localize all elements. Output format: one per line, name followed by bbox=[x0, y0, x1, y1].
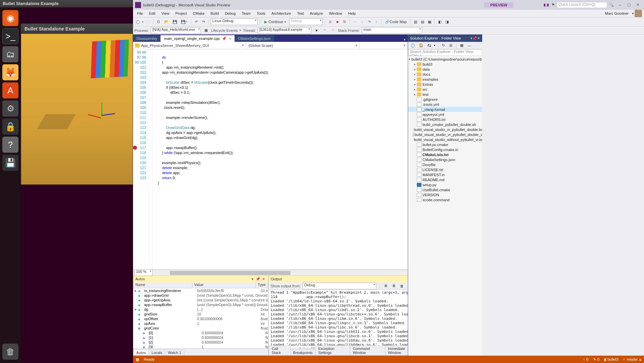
autos-row[interactable]: [1]0.600000024float bbox=[133, 335, 268, 340]
step-out-button[interactable]: ↑ bbox=[373, 18, 379, 25]
autos-row[interactable]: [3]1float bbox=[133, 345, 268, 348]
thread-flag-icon[interactable]: ⚑ bbox=[322, 27, 328, 34]
status-branch[interactable]: ⑂ master ▴ bbox=[623, 357, 641, 362]
tree-node[interactable]: UseBullet.cmake bbox=[408, 187, 482, 192]
horizontal-scrollbar[interactable] bbox=[154, 270, 408, 275]
step-into-button[interactable]: ↓ bbox=[359, 18, 365, 25]
menu-window[interactable]: Window bbox=[326, 11, 345, 16]
tree-node[interactable]: appveyor.yml bbox=[408, 112, 482, 117]
tree-node[interactable]: MANIFEST.in bbox=[408, 172, 482, 177]
save-button[interactable]: 💾 bbox=[171, 18, 179, 25]
tab-callstack[interactable]: Call Stack bbox=[269, 346, 291, 355]
se-home-icon[interactable]: 🏠 bbox=[417, 42, 425, 49]
files-icon[interactable]: 🗂 bbox=[2, 46, 18, 62]
menu-edit[interactable]: Edit bbox=[146, 11, 158, 16]
trash-icon[interactable]: 🗑 bbox=[2, 344, 18, 360]
tree-node[interactable]: ▸src bbox=[408, 87, 482, 92]
tab-breakpoints[interactable]: Breakpoints bbox=[290, 350, 316, 355]
tree-node[interactable]: setup.py bbox=[408, 182, 482, 187]
menu-help[interactable]: Help bbox=[345, 11, 359, 16]
software-center-icon[interactable]: A bbox=[2, 82, 18, 98]
autos-row[interactable]: upOffset0.00100000005float bbox=[133, 316, 268, 321]
menu-cmake[interactable]: CMake bbox=[190, 11, 207, 16]
tab-command-window[interactable]: Command Window bbox=[350, 346, 385, 355]
se-refresh-icon[interactable]: ↻ bbox=[440, 42, 446, 49]
tb-5[interactable]: ◨ bbox=[444, 18, 450, 25]
nav-forward-button[interactable]: ◯ bbox=[144, 18, 151, 25]
continue-button[interactable]: ▶Continue▾ bbox=[262, 18, 288, 25]
code-map-button[interactable]: 🔗 Code Map bbox=[384, 18, 408, 25]
tree-node[interactable]: ▸data bbox=[408, 67, 482, 72]
tree-node[interactable]: README.md bbox=[408, 177, 482, 182]
autos-row[interactable]: app->swapBuffer{void (SimpleOpenGL3App *… bbox=[133, 302, 268, 307]
disk-icon[interactable]: 🔒 bbox=[2, 119, 18, 135]
terminal-icon[interactable]: >_ bbox=[2, 28, 18, 44]
thread-dropdown[interactable]: [53616] AppBasicExample bbox=[258, 27, 311, 34]
nav-back-button[interactable]: ◯ bbox=[134, 18, 141, 25]
minimize-button[interactable]: ─ bbox=[616, 2, 625, 8]
stop-debug-button[interactable]: ■ bbox=[334, 18, 340, 25]
maximize-button[interactable]: ▢ bbox=[625, 2, 633, 8]
autos-row[interactable]: [0]0.600000024float bbox=[133, 331, 268, 335]
tab-watch1[interactable]: Watch 1 bbox=[165, 350, 184, 355]
tab-locals[interactable]: Locals bbox=[148, 350, 165, 355]
save-icon[interactable]: 💾 bbox=[2, 155, 18, 171]
tree-node[interactable]: ▸examples bbox=[408, 77, 482, 82]
lifecycle-label[interactable]: Lifecycle Events bbox=[211, 28, 238, 32]
dash-icon[interactable]: ◉ bbox=[2, 10, 18, 26]
tree-node[interactable]: CMakeLists.txt bbox=[408, 152, 482, 157]
zoom-dropdown[interactable]: 100 % bbox=[134, 269, 152, 276]
tree-node[interactable]: build_visual_studio_vr_pybullet_double_c… bbox=[408, 132, 482, 137]
autos-body[interactable]: ▸m_instancingRenderer0x555555c3ecf0GLIns… bbox=[133, 288, 268, 348]
menu-debug[interactable]: Debug bbox=[222, 11, 238, 16]
autos-row[interactable]: upAxis1int bbox=[133, 321, 268, 326]
tree-node[interactable]: build_visual_studio_without_pybullet_vr.… bbox=[408, 137, 482, 142]
menu-view[interactable]: View bbox=[159, 11, 172, 16]
tree-node[interactable]: .travis.yml bbox=[408, 102, 482, 107]
opengl-viewport[interactable] bbox=[21, 34, 133, 185]
save-all-button[interactable]: 💾⁺ bbox=[180, 18, 189, 25]
settings-icon[interactable]: ⚙ bbox=[2, 100, 18, 117]
tree-node[interactable]: ▸Extras bbox=[408, 82, 482, 87]
flag-icon[interactable]: ⚑ bbox=[552, 3, 555, 7]
autos-row[interactable]: app->drawGrid{void (SimpleOpenGL3App * c… bbox=[133, 293, 268, 298]
config-dropdown[interactable]: Linux-Debug bbox=[211, 18, 258, 25]
tree-node[interactable]: AUTHORS.txt bbox=[408, 117, 482, 122]
menu-team[interactable]: Team bbox=[239, 11, 253, 16]
tb-4[interactable]: ◧ bbox=[437, 18, 443, 25]
autos-row[interactable]: ▾gridColorfloat [4] bbox=[133, 326, 268, 331]
menu-file[interactable]: File bbox=[134, 11, 146, 16]
solution-explorer-search[interactable]: Search Solution Explorer - Folder View (… bbox=[408, 49, 482, 56]
menu-analyze[interactable]: Analyze bbox=[307, 11, 326, 16]
tab-overflow-button[interactable]: ▾ bbox=[402, 38, 408, 42]
solution-explorer-tree[interactable]: ▾bullet3 (C:\Users\mgoodner\source\repos… bbox=[408, 56, 482, 356]
tab-cmakesettings[interactable]: CMakeSettings.json bbox=[235, 35, 274, 42]
code-editor[interactable]: 95 96 97 98 99 100 101 102 103 104 105 1… bbox=[133, 49, 408, 269]
status-repo[interactable]: ▮ bullet3 bbox=[604, 357, 618, 362]
se-showall-icon[interactable]: ▦ bbox=[459, 42, 465, 49]
tree-node[interactable]: VERSION bbox=[408, 192, 482, 197]
tree-node[interactable]: xcode.command bbox=[408, 197, 482, 202]
show-output-from-dropdown[interactable]: Debug bbox=[303, 283, 376, 289]
undo-button[interactable]: ↶ bbox=[193, 18, 199, 25]
panel-pin-icon[interactable]: 📌 bbox=[472, 36, 477, 41]
autos-header[interactable]: Autos ▾ 📌 ✕ bbox=[133, 276, 268, 282]
code-text[interactable]: do { app->m_instancingRenderer->init(); … bbox=[152, 49, 408, 269]
autos-row[interactable]: ▾dg{...}DrawGridData bbox=[133, 307, 268, 312]
panel-dropdown-icon[interactable]: ▾ bbox=[250, 277, 255, 281]
menu-build[interactable]: Build bbox=[208, 11, 221, 16]
tree-node[interactable]: BulletConfig.cmake.in bbox=[408, 147, 482, 152]
tb-2[interactable]: ▤ bbox=[420, 18, 426, 25]
step-over-button[interactable]: ↷ bbox=[366, 18, 372, 25]
thread-freeze-icon[interactable]: ❄ bbox=[330, 27, 336, 34]
output-clear-icon[interactable]: 🗑 bbox=[399, 283, 405, 289]
scope-project[interactable]: App_PhysicsServer_SharedMemory_GUI bbox=[133, 42, 246, 49]
close-tab-icon[interactable]: ✕ bbox=[229, 37, 231, 41]
scope-member[interactable] bbox=[360, 42, 408, 49]
tab-disassembly[interactable]: Disassembly bbox=[133, 35, 160, 42]
autos-columns[interactable]: Name Value Type bbox=[133, 282, 268, 288]
se-back-icon[interactable]: ◯ bbox=[409, 42, 416, 49]
panel-close-icon[interactable]: ✕ bbox=[477, 36, 480, 41]
break-all-button[interactable]: ⏸ bbox=[327, 18, 333, 25]
se-properties-icon[interactable]: — bbox=[466, 42, 472, 49]
